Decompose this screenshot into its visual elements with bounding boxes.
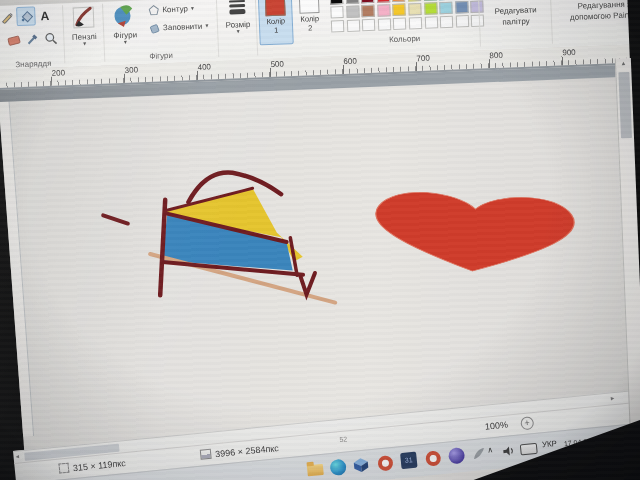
palette-swatch[interactable] bbox=[377, 4, 390, 17]
fill-bucket-icon bbox=[19, 9, 34, 24]
chevron-down-icon: ▾ bbox=[105, 39, 145, 45]
taskbar-red-app-icon[interactable] bbox=[375, 453, 395, 473]
color-picker-tool-button[interactable] bbox=[24, 30, 42, 48]
colors-group-label: Кольори bbox=[370, 33, 440, 45]
palette-swatch-empty[interactable] bbox=[424, 16, 437, 29]
brush-icon bbox=[70, 4, 97, 31]
selection-icon bbox=[58, 463, 69, 474]
ribbon-separator bbox=[216, 0, 219, 57]
taskbar-red-app-2-icon[interactable] bbox=[423, 448, 443, 468]
zoom-level: 100% bbox=[484, 420, 508, 432]
text-tool-button[interactable]: A bbox=[36, 7, 54, 25]
status-extra-text: 52 bbox=[339, 435, 347, 443]
palette-swatch-empty[interactable] bbox=[378, 18, 391, 31]
edit-palette-button[interactable]: Редагувати палітру bbox=[482, 4, 549, 29]
brushes-button[interactable]: Пензлі ▾ bbox=[64, 2, 104, 65]
eyedropper-icon bbox=[26, 32, 40, 46]
color1-swatch bbox=[265, 0, 286, 16]
color2-number: 2 bbox=[294, 23, 326, 33]
palette-swatch[interactable] bbox=[423, 0, 436, 1]
palette-swatch[interactable] bbox=[361, 0, 374, 3]
palette-swatch-empty[interactable] bbox=[393, 18, 406, 31]
chevron-down-icon: ▾ bbox=[66, 41, 104, 47]
pencil-tool-button[interactable] bbox=[0, 8, 16, 26]
vertical-scroll-thumb[interactable] bbox=[618, 72, 632, 138]
size-button[interactable]: Розмір ▾ bbox=[220, 0, 256, 59]
palette-swatch[interactable] bbox=[392, 0, 405, 2]
tray-touch-keyboard-icon[interactable] bbox=[520, 443, 538, 456]
magnifier-icon bbox=[44, 32, 58, 46]
taskbar-edge-icon[interactable] bbox=[328, 458, 348, 478]
size-bars-icon bbox=[220, 0, 255, 15]
eraser-icon bbox=[7, 34, 21, 47]
image-size-icon bbox=[200, 449, 212, 460]
palette-swatch[interactable] bbox=[346, 5, 359, 18]
palette-swatch[interactable] bbox=[408, 0, 421, 1]
tray-show-hidden-icons[interactable]: ∧ bbox=[487, 445, 494, 455]
palette-swatch-empty[interactable] bbox=[362, 19, 375, 32]
color2-button[interactable]: Колір 2 bbox=[293, 0, 327, 42]
heart-shape bbox=[373, 190, 575, 276]
taskbar-file-explorer-icon[interactable] bbox=[305, 460, 325, 480]
text-tool-icon: A bbox=[40, 8, 49, 22]
fill-label: Заповнити bbox=[163, 21, 203, 32]
shapes-group-label: Фігури bbox=[133, 50, 189, 61]
chevron-down-icon: ▾ bbox=[205, 23, 208, 27]
palette-swatch-empty[interactable] bbox=[456, 15, 469, 28]
selection-size-status: 315 × 119пкс bbox=[58, 457, 126, 474]
palette-swatch[interactable] bbox=[424, 2, 437, 15]
palette-swatch[interactable] bbox=[455, 1, 468, 14]
fill-tool-button[interactable] bbox=[16, 6, 36, 26]
color2-swatch bbox=[299, 0, 320, 14]
palette-swatch-empty[interactable] bbox=[346, 19, 359, 32]
pencil-icon bbox=[0, 10, 14, 24]
palette-swatch[interactable] bbox=[376, 0, 389, 3]
monitor-photo: A Знаряддя Пензлі ▾ bbox=[0, 0, 640, 480]
fill-dropdown[interactable]: Заповнити ▾ bbox=[149, 19, 209, 35]
zoom-in-button[interactable]: + bbox=[520, 416, 534, 430]
scroll-left-icon[interactable]: ◂ bbox=[15, 452, 19, 460]
scroll-up-icon[interactable]: ▴ bbox=[616, 59, 631, 68]
taskbar-sphere-app-icon[interactable] bbox=[447, 446, 467, 466]
monitor-bezel-right: ▴ ▾ bbox=[627, 0, 640, 480]
small-dash-stroke bbox=[103, 214, 128, 226]
outline-dropdown[interactable]: Контур ▾ bbox=[148, 1, 194, 17]
palette-swatch[interactable] bbox=[361, 5, 374, 18]
magnifier-tool-button[interactable] bbox=[42, 29, 60, 47]
fill-can-icon bbox=[149, 22, 160, 33]
palette-swatch[interactable] bbox=[439, 2, 452, 15]
eraser-tool-button[interactable] bbox=[5, 31, 23, 49]
tray-language-indicator[interactable]: УКР bbox=[541, 439, 557, 449]
palette-swatch-empty[interactable] bbox=[440, 16, 453, 29]
color1-button[interactable]: Колір 1 bbox=[258, 0, 294, 45]
palette-swatch[interactable] bbox=[330, 6, 343, 19]
palette-swatch[interactable] bbox=[408, 3, 421, 16]
palette-swatch-empty[interactable] bbox=[409, 17, 422, 30]
palette-swatch-empty[interactable] bbox=[331, 20, 344, 33]
shapes-icon bbox=[111, 2, 138, 29]
outline-label: Контур bbox=[162, 4, 188, 14]
ribbon-separator bbox=[550, 0, 553, 44]
palette-swatch[interactable] bbox=[330, 0, 343, 5]
check-mark-stroke bbox=[300, 273, 316, 295]
palette-swatch[interactable] bbox=[345, 0, 358, 4]
outline-pentagon-icon bbox=[148, 4, 159, 15]
image-size-status: 3996 × 2584пкс bbox=[200, 442, 279, 461]
taskbar-quill-app-icon[interactable] bbox=[469, 444, 489, 464]
palette-swatch[interactable] bbox=[393, 4, 406, 17]
taskbar-paint3d-cube-icon[interactable] bbox=[351, 455, 371, 475]
taskbar-calendar-app-icon[interactable]: 31 bbox=[399, 451, 419, 471]
scroll-right-icon[interactable]: ▸ bbox=[610, 394, 614, 402]
tray-speaker-icon[interactable] bbox=[501, 443, 516, 458]
chevron-down-icon: ▾ bbox=[191, 6, 194, 10]
color1-number: 1 bbox=[260, 25, 292, 35]
color-palette bbox=[330, 0, 485, 33]
